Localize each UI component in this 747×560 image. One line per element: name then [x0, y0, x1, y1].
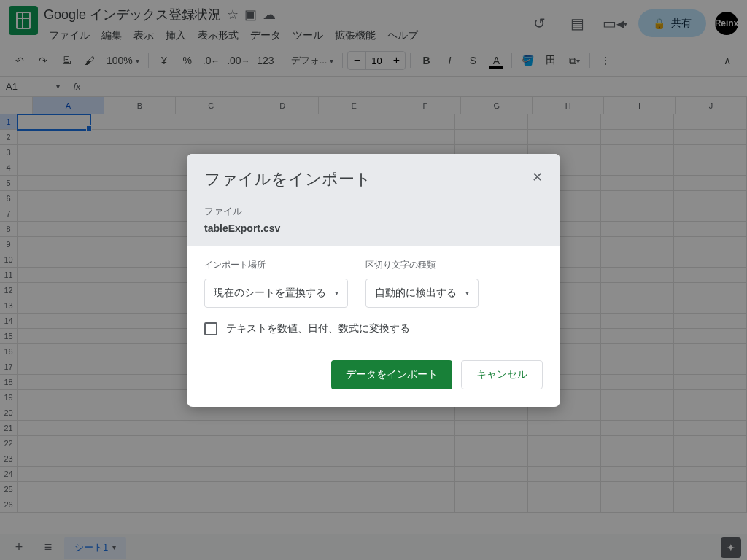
cancel-button[interactable]: キャンセル — [461, 360, 543, 389]
separator-value: 自動的に検出する — [375, 287, 457, 300]
convert-text-label: テキストを数値、日付、数式に変換する — [226, 322, 410, 335]
file-name: tableExport.csv — [204, 222, 543, 234]
import-location-select[interactable]: 現在のシートを置換する ▾ — [204, 279, 348, 308]
import-location-value: 現在のシートを置換する — [214, 287, 326, 300]
separator-select[interactable]: 自動的に検出する ▾ — [365, 279, 479, 308]
modal-overlay: ファイルをインポート ✕ ファイル tableExport.csv インポート場… — [0, 0, 747, 560]
import-data-button[interactable]: データをインポート — [331, 360, 452, 389]
convert-text-checkbox[interactable] — [204, 322, 217, 335]
import-location-label: インポート場所 — [204, 259, 348, 271]
close-icon[interactable]: ✕ — [525, 166, 549, 189]
import-dialog: ファイルをインポート ✕ ファイル tableExport.csv インポート場… — [187, 154, 560, 407]
file-section-label: ファイル — [204, 205, 543, 218]
separator-label: 区切り文字の種類 — [365, 259, 479, 271]
chevron-down-icon: ▾ — [335, 289, 338, 297]
chevron-down-icon: ▾ — [465, 289, 469, 297]
dialog-title: ファイルをインポート — [204, 168, 543, 190]
